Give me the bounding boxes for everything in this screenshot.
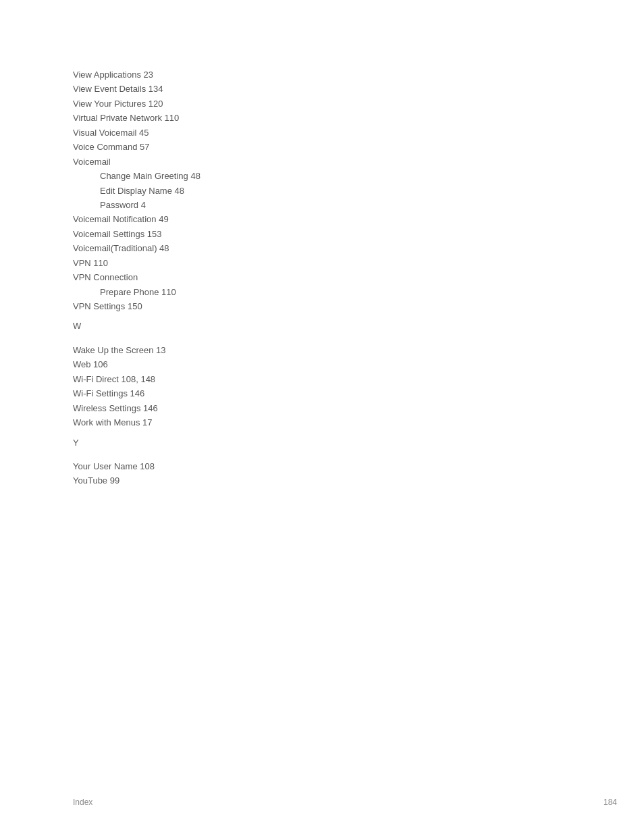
list-item: Work with Menus 17: [73, 415, 200, 429]
list-item: Visual Voicemail 45: [73, 126, 200, 140]
list-item: Password 4: [73, 198, 200, 212]
list-item: Wi-Fi Direct 108, 148: [73, 372, 200, 386]
list-item: VPN 110: [73, 256, 200, 270]
footer-page: 184: [603, 798, 617, 807]
list-item: Edit Display Name 48: [73, 184, 200, 198]
list-item: Voicemail(Traditional) 48: [73, 241, 200, 255]
spacer: [73, 335, 200, 343]
spacer: [73, 451, 200, 459]
list-item: Voicemail Notification 49: [73, 212, 200, 226]
index-content: View Applications 23View Event Details 1…: [73, 68, 200, 488]
list-item: YouTube 99: [73, 473, 200, 488]
list-item: Wake Up the Screen 13: [73, 343, 200, 357]
list-item: View Your Pictures 120: [73, 97, 200, 111]
list-item: Voicemail: [73, 155, 200, 169]
list-item: View Event Details 134: [73, 82, 200, 96]
list-item: View Applications 23: [73, 68, 200, 82]
list-item: VPN Connection: [73, 270, 200, 284]
list-item: Prepare Phone 110: [73, 285, 200, 299]
list-item: Voicemail Settings 153: [73, 227, 200, 241]
list-item: Wireless Settings 146: [73, 401, 200, 415]
list-item: Change Main Greeting 48: [73, 169, 200, 183]
footer: Index 184: [73, 798, 617, 807]
list-item: Wi-Fi Settings 146: [73, 386, 200, 400]
list-item: Web 106: [73, 357, 200, 371]
section-header: Y: [73, 436, 200, 450]
list-item: Your User Name 108: [73, 459, 200, 473]
section-header: W: [73, 319, 200, 333]
footer-label: Index: [73, 798, 92, 807]
list-item: VPN Settings 150: [73, 299, 200, 313]
list-item: Voice Command 57: [73, 140, 200, 154]
list-item: Virtual Private Network 110: [73, 111, 200, 125]
